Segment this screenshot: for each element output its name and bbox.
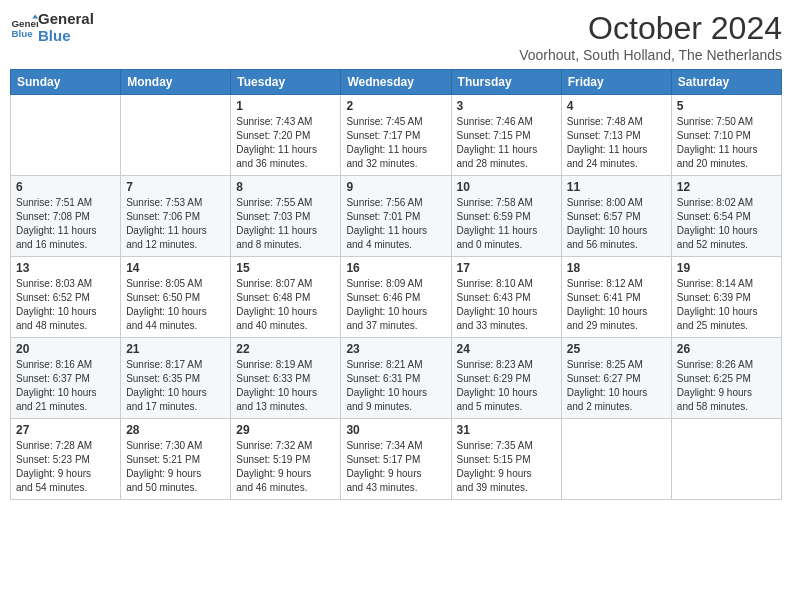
day-number: 11	[567, 180, 666, 194]
cell-content: Sunrise: 7:56 AM Sunset: 7:01 PM Dayligh…	[346, 196, 445, 252]
day-header-monday: Monday	[121, 70, 231, 95]
calendar-cell: 11Sunrise: 8:00 AM Sunset: 6:57 PM Dayli…	[561, 176, 671, 257]
week-row-2: 6Sunrise: 7:51 AM Sunset: 7:08 PM Daylig…	[11, 176, 782, 257]
week-row-1: 1Sunrise: 7:43 AM Sunset: 7:20 PM Daylig…	[11, 95, 782, 176]
calendar-cell: 28Sunrise: 7:30 AM Sunset: 5:21 PM Dayli…	[121, 419, 231, 500]
calendar-cell: 5Sunrise: 7:50 AM Sunset: 7:10 PM Daylig…	[671, 95, 781, 176]
cell-content: Sunrise: 7:46 AM Sunset: 7:15 PM Dayligh…	[457, 115, 556, 171]
cell-content: Sunrise: 8:17 AM Sunset: 6:35 PM Dayligh…	[126, 358, 225, 414]
calendar-cell: 15Sunrise: 8:07 AM Sunset: 6:48 PM Dayli…	[231, 257, 341, 338]
day-number: 31	[457, 423, 556, 437]
calendar-cell: 4Sunrise: 7:48 AM Sunset: 7:13 PM Daylig…	[561, 95, 671, 176]
calendar-cell: 26Sunrise: 8:26 AM Sunset: 6:25 PM Dayli…	[671, 338, 781, 419]
day-number: 28	[126, 423, 225, 437]
cell-content: Sunrise: 7:45 AM Sunset: 7:17 PM Dayligh…	[346, 115, 445, 171]
cell-content: Sunrise: 8:21 AM Sunset: 6:31 PM Dayligh…	[346, 358, 445, 414]
days-header-row: SundayMondayTuesdayWednesdayThursdayFrid…	[11, 70, 782, 95]
calendar-cell: 29Sunrise: 7:32 AM Sunset: 5:19 PM Dayli…	[231, 419, 341, 500]
cell-content: Sunrise: 7:51 AM Sunset: 7:08 PM Dayligh…	[16, 196, 115, 252]
cell-content: Sunrise: 8:25 AM Sunset: 6:27 PM Dayligh…	[567, 358, 666, 414]
day-header-sunday: Sunday	[11, 70, 121, 95]
calendar-table: SundayMondayTuesdayWednesdayThursdayFrid…	[10, 69, 782, 500]
cell-content: Sunrise: 8:09 AM Sunset: 6:46 PM Dayligh…	[346, 277, 445, 333]
cell-content: Sunrise: 8:14 AM Sunset: 6:39 PM Dayligh…	[677, 277, 776, 333]
calendar-cell: 10Sunrise: 7:58 AM Sunset: 6:59 PM Dayli…	[451, 176, 561, 257]
day-number: 23	[346, 342, 445, 356]
calendar-cell: 2Sunrise: 7:45 AM Sunset: 7:17 PM Daylig…	[341, 95, 451, 176]
cell-content: Sunrise: 8:16 AM Sunset: 6:37 PM Dayligh…	[16, 358, 115, 414]
cell-content: Sunrise: 7:58 AM Sunset: 6:59 PM Dayligh…	[457, 196, 556, 252]
calendar-cell: 23Sunrise: 8:21 AM Sunset: 6:31 PM Dayli…	[341, 338, 451, 419]
title-block: October 2024 Voorhout, South Holland, Th…	[519, 10, 782, 63]
calendar-cell: 12Sunrise: 8:02 AM Sunset: 6:54 PM Dayli…	[671, 176, 781, 257]
day-number: 6	[16, 180, 115, 194]
calendar-cell: 3Sunrise: 7:46 AM Sunset: 7:15 PM Daylig…	[451, 95, 561, 176]
day-header-wednesday: Wednesday	[341, 70, 451, 95]
calendar-cell: 25Sunrise: 8:25 AM Sunset: 6:27 PM Dayli…	[561, 338, 671, 419]
calendar-cell	[671, 419, 781, 500]
day-number: 29	[236, 423, 335, 437]
cell-content: Sunrise: 8:12 AM Sunset: 6:41 PM Dayligh…	[567, 277, 666, 333]
day-header-friday: Friday	[561, 70, 671, 95]
calendar-cell: 31Sunrise: 7:35 AM Sunset: 5:15 PM Dayli…	[451, 419, 561, 500]
logo: General Blue General Blue	[10, 10, 94, 44]
calendar-cell: 13Sunrise: 8:03 AM Sunset: 6:52 PM Dayli…	[11, 257, 121, 338]
cell-content: Sunrise: 7:32 AM Sunset: 5:19 PM Dayligh…	[236, 439, 335, 495]
day-header-thursday: Thursday	[451, 70, 561, 95]
day-number: 19	[677, 261, 776, 275]
day-number: 26	[677, 342, 776, 356]
day-number: 27	[16, 423, 115, 437]
day-number: 10	[457, 180, 556, 194]
cell-content: Sunrise: 8:05 AM Sunset: 6:50 PM Dayligh…	[126, 277, 225, 333]
cell-content: Sunrise: 8:00 AM Sunset: 6:57 PM Dayligh…	[567, 196, 666, 252]
day-number: 21	[126, 342, 225, 356]
day-number: 13	[16, 261, 115, 275]
calendar-cell: 17Sunrise: 8:10 AM Sunset: 6:43 PM Dayli…	[451, 257, 561, 338]
logo-general: General	[38, 10, 94, 27]
cell-content: Sunrise: 7:35 AM Sunset: 5:15 PM Dayligh…	[457, 439, 556, 495]
cell-content: Sunrise: 8:10 AM Sunset: 6:43 PM Dayligh…	[457, 277, 556, 333]
cell-content: Sunrise: 8:03 AM Sunset: 6:52 PM Dayligh…	[16, 277, 115, 333]
day-number: 18	[567, 261, 666, 275]
day-number: 24	[457, 342, 556, 356]
day-number: 12	[677, 180, 776, 194]
day-number: 16	[346, 261, 445, 275]
calendar-cell	[121, 95, 231, 176]
calendar-cell: 1Sunrise: 7:43 AM Sunset: 7:20 PM Daylig…	[231, 95, 341, 176]
location: Voorhout, South Holland, The Netherlands	[519, 47, 782, 63]
cell-content: Sunrise: 8:23 AM Sunset: 6:29 PM Dayligh…	[457, 358, 556, 414]
cell-content: Sunrise: 7:28 AM Sunset: 5:23 PM Dayligh…	[16, 439, 115, 495]
calendar-cell	[11, 95, 121, 176]
day-number: 5	[677, 99, 776, 113]
page-header: General Blue General Blue October 2024 V…	[10, 10, 782, 63]
week-row-4: 20Sunrise: 8:16 AM Sunset: 6:37 PM Dayli…	[11, 338, 782, 419]
day-number: 15	[236, 261, 335, 275]
svg-text:Blue: Blue	[11, 28, 33, 39]
cell-content: Sunrise: 7:30 AM Sunset: 5:21 PM Dayligh…	[126, 439, 225, 495]
day-number: 7	[126, 180, 225, 194]
cell-content: Sunrise: 8:02 AM Sunset: 6:54 PM Dayligh…	[677, 196, 776, 252]
day-header-saturday: Saturday	[671, 70, 781, 95]
day-number: 1	[236, 99, 335, 113]
calendar-cell: 19Sunrise: 8:14 AM Sunset: 6:39 PM Dayli…	[671, 257, 781, 338]
cell-content: Sunrise: 7:50 AM Sunset: 7:10 PM Dayligh…	[677, 115, 776, 171]
calendar-cell: 8Sunrise: 7:55 AM Sunset: 7:03 PM Daylig…	[231, 176, 341, 257]
calendar-cell: 27Sunrise: 7:28 AM Sunset: 5:23 PM Dayli…	[11, 419, 121, 500]
week-row-3: 13Sunrise: 8:03 AM Sunset: 6:52 PM Dayli…	[11, 257, 782, 338]
cell-content: Sunrise: 8:26 AM Sunset: 6:25 PM Dayligh…	[677, 358, 776, 414]
calendar-cell	[561, 419, 671, 500]
week-row-5: 27Sunrise: 7:28 AM Sunset: 5:23 PM Dayli…	[11, 419, 782, 500]
logo-icon: General Blue	[10, 13, 38, 41]
calendar-cell: 9Sunrise: 7:56 AM Sunset: 7:01 PM Daylig…	[341, 176, 451, 257]
day-number: 20	[16, 342, 115, 356]
calendar-cell: 7Sunrise: 7:53 AM Sunset: 7:06 PM Daylig…	[121, 176, 231, 257]
day-number: 2	[346, 99, 445, 113]
cell-content: Sunrise: 8:19 AM Sunset: 6:33 PM Dayligh…	[236, 358, 335, 414]
day-number: 14	[126, 261, 225, 275]
calendar-cell: 30Sunrise: 7:34 AM Sunset: 5:17 PM Dayli…	[341, 419, 451, 500]
day-number: 4	[567, 99, 666, 113]
day-number: 30	[346, 423, 445, 437]
calendar-cell: 14Sunrise: 8:05 AM Sunset: 6:50 PM Dayli…	[121, 257, 231, 338]
calendar-cell: 16Sunrise: 8:09 AM Sunset: 6:46 PM Dayli…	[341, 257, 451, 338]
day-header-tuesday: Tuesday	[231, 70, 341, 95]
